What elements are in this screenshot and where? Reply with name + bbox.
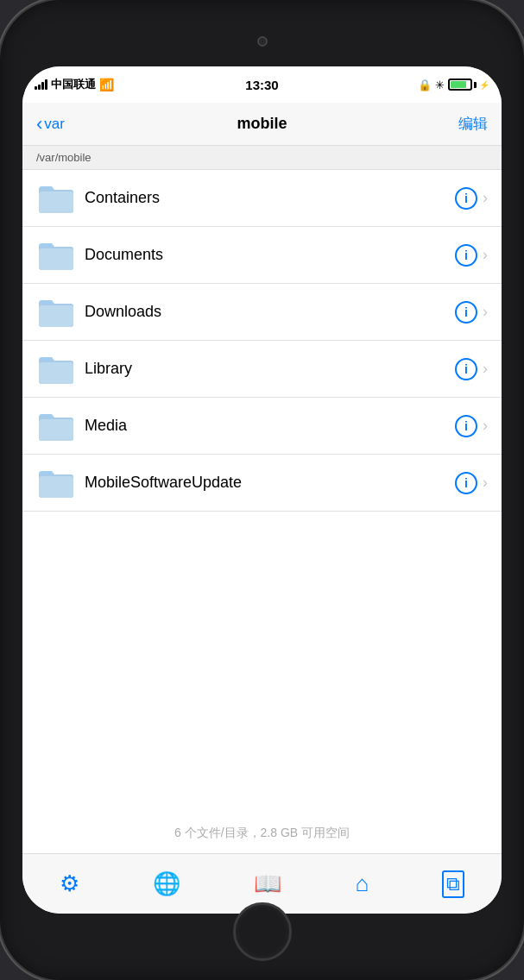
list-item[interactable]: Downloads i ›	[22, 284, 502, 341]
home-icon: ⌂	[355, 870, 369, 897]
list-item[interactable]: Media i ›	[22, 398, 502, 455]
file-name: Media	[76, 417, 455, 435]
folder-icon	[36, 236, 76, 275]
back-button[interactable]: ‹ var	[36, 113, 186, 135]
file-footer: 6 个文件/目录，2.8 GB 可用空间	[22, 814, 502, 853]
time-display: 13:30	[186, 78, 338, 92]
file-list: Containers i › Documents i ›	[22, 170, 502, 814]
file-name: Downloads	[76, 303, 455, 321]
info-button[interactable]: i	[455, 472, 477, 494]
folder-icon	[36, 463, 76, 503]
info-button[interactable]: i	[455, 358, 477, 380]
info-button[interactable]: i	[455, 187, 477, 210]
wifi-icon: 📶	[99, 78, 114, 91]
globe-icon: 🌐	[153, 870, 180, 897]
windows-icon: ⧉	[442, 870, 464, 898]
lock-icon: 🔒	[418, 79, 432, 91]
screen: 中国联通 📶 13:30 🔒 ✳ ⚡ ‹ var	[22, 66, 502, 914]
phone-outer: 中国联通 📶 13:30 🔒 ✳ ⚡ ‹ var	[0, 0, 524, 980]
file-name: Library	[76, 360, 455, 378]
settings-icon: ⚙	[60, 870, 79, 897]
tab-bookmarks[interactable]: 📖	[249, 865, 287, 902]
status-right: 🔒 ✳ ⚡	[338, 79, 489, 91]
chevron-right-icon: ›	[483, 417, 488, 435]
list-item[interactable]: Containers i ›	[22, 170, 502, 227]
battery-body	[448, 79, 472, 91]
bookmarks-icon: 📖	[254, 870, 281, 897]
list-item[interactable]: Library i ›	[22, 341, 502, 398]
battery-indicator: ⚡	[448, 79, 489, 91]
folder-icon	[36, 179, 76, 218]
breadcrumb: /var/mobile	[22, 146, 502, 170]
bluetooth-icon: ✳	[435, 79, 445, 91]
back-label: var	[44, 116, 65, 133]
chevron-right-icon: ›	[483, 246, 488, 264]
file-name: Containers	[76, 189, 455, 207]
signal-icon	[35, 79, 47, 90]
carrier-label: 中国联通	[51, 77, 96, 92]
camera	[257, 36, 268, 47]
folder-icon	[36, 406, 76, 446]
file-name: MobileSoftwareUpdate	[76, 474, 455, 492]
page-title: mobile	[186, 115, 337, 133]
charging-icon: ⚡	[479, 80, 489, 90]
chevron-right-icon: ›	[483, 189, 488, 207]
chevron-right-icon: ›	[483, 303, 488, 321]
info-button[interactable]: i	[455, 415, 477, 437]
edit-button[interactable]: 编辑	[338, 114, 488, 134]
info-button[interactable]: i	[455, 301, 477, 324]
file-name: Documents	[76, 246, 455, 264]
battery-fill	[451, 81, 466, 88]
status-left: 中国联通 📶	[35, 77, 186, 92]
back-chevron-icon: ‹	[36, 113, 42, 135]
home-button[interactable]	[233, 902, 292, 961]
folder-icon	[36, 292, 76, 332]
chevron-right-icon: ›	[483, 360, 488, 378]
list-item[interactable]: MobileSoftwareUpdate i ›	[22, 455, 502, 512]
tab-globe[interactable]: 🌐	[148, 865, 186, 902]
chevron-right-icon: ›	[483, 474, 488, 492]
tab-home[interactable]: ⌂	[350, 865, 374, 902]
info-button[interactable]: i	[455, 244, 477, 267]
tab-windows[interactable]: ⧉	[437, 865, 470, 903]
battery-tip	[474, 82, 477, 88]
tab-settings[interactable]: ⚙	[54, 865, 85, 902]
list-item[interactable]: Documents i ›	[22, 227, 502, 284]
folder-icon	[36, 349, 76, 389]
status-bar: 中国联通 📶 13:30 🔒 ✳ ⚡	[22, 66, 502, 103]
nav-bar: ‹ var mobile 编辑	[22, 103, 502, 146]
